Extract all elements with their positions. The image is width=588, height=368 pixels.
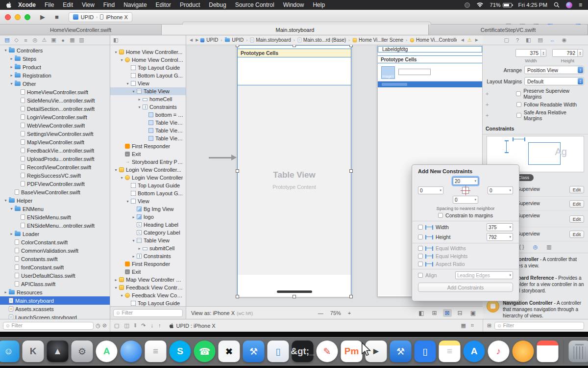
height-stepper[interactable] [578, 49, 583, 57]
width-value-dropdown[interactable]: 375▾ [487, 223, 513, 231]
editor-tab[interactable]: CertificateStepVC.swift [429, 25, 588, 35]
menu-item[interactable]: Debug [204, 0, 230, 10]
dock-simulator[interactable]: ▯ [268, 341, 289, 362]
menu-item[interactable]: Editor [151, 0, 175, 10]
resize-handle-n[interactable] [293, 45, 296, 47]
next-issue-button[interactable]: ▶ [474, 38, 480, 42]
file-tree-row[interactable]: ▾ ENMenu [0, 205, 110, 213]
outline-row[interactable]: ▾ Table View [110, 87, 186, 95]
disclosure-chevron-icon[interactable]: ▸ [9, 56, 14, 61]
outline-row[interactable]: Category Label [110, 229, 186, 237]
zoom-level[interactable]: 75% [330, 310, 341, 316]
disclosure-chevron-icon[interactable]: ▾ [131, 238, 136, 243]
dock-whatsapp[interactable]: ☎ [194, 341, 216, 362]
disclosure-chevron-icon[interactable]: ▾ [113, 168, 119, 172]
stop-button[interactable]: ■ [50, 10, 64, 24]
report-navigator-icon[interactable]: ▥ [77, 37, 86, 43]
disclosure-chevron-icon[interactable]: ▾ [131, 89, 136, 94]
width-checkbox[interactable] [418, 225, 423, 230]
file-tree-row[interactable]: BaseViewController.swift [0, 188, 110, 196]
storyboard-entry-point-arrow[interactable] [209, 157, 231, 158]
issue-navigator-icon[interactable]: ⚠ [40, 37, 49, 43]
outline-row[interactable]: First Responder [110, 142, 186, 150]
file-tree-row[interactable]: DetailSection...ontroller.swift [0, 105, 110, 113]
disclosure-chevron-icon[interactable]: ▸ [9, 232, 14, 236]
jump-bar-segment[interactable]: UPID › [224, 37, 248, 43]
outline-row[interactable]: ▾ Constraints [110, 103, 186, 111]
file-tree-row[interactable]: WebViewController.swift [0, 121, 110, 130]
text-field-placeholder[interactable] [398, 69, 431, 75]
outline-row[interactable]: Table View... [110, 134, 186, 142]
checkbox[interactable] [516, 91, 521, 96]
file-tree-row[interactable]: ▸ Resources [0, 288, 110, 296]
image-view-placeholder[interactable]: ImageV [381, 66, 395, 79]
jump-bar-segment[interactable]: UPID › [200, 37, 223, 43]
outline-row[interactable]: ▾ Home View Controller [110, 56, 186, 64]
constrain-to-margins-checkbox[interactable] [438, 213, 443, 218]
disclosure-chevron-icon[interactable]: ▸ [137, 97, 142, 102]
resize-handle-nw[interactable] [236, 45, 239, 47]
bottom-spacing-field[interactable]: 0▾ [453, 196, 478, 204]
recent-files-icon[interactable]: ◷ [96, 322, 100, 329]
dock-app-store[interactable]: A [464, 341, 485, 362]
outline-row[interactable]: ▸ logo [110, 213, 186, 221]
file-tree-row[interactable]: Assets.xcassets [0, 305, 110, 313]
debug-navigator-icon[interactable]: ● [59, 37, 67, 43]
plus-button[interactable]: + [486, 91, 491, 97]
file-tree-row[interactable]: ▸ Loader [0, 230, 110, 238]
disclosure-chevron-icon[interactable]: ▾ [119, 58, 124, 62]
outline-row[interactable]: ▾ View [110, 79, 186, 87]
source-control-navigator-icon[interactable]: ◇ [12, 37, 21, 43]
file-tree-row[interactable]: LoginViewController.swift [0, 113, 110, 121]
outline-row[interactable]: Exit [110, 150, 186, 158]
grid-view-icon[interactable]: ▥ [546, 244, 551, 250]
file-inspector-icon[interactable]: ▢ [504, 37, 509, 43]
pin-tool-icon[interactable]: ⊠ [443, 309, 452, 317]
dock-music[interactable]: ♪ [488, 341, 510, 362]
apple-menu-icon[interactable] [4, 1, 14, 8]
width-stepper[interactable] [541, 49, 546, 57]
dock-marker[interactable]: ✎ [317, 341, 338, 362]
top-spacing-field[interactable]: 20▾ [453, 177, 478, 185]
dock-textedit[interactable]: ≡ [145, 341, 167, 362]
jump-bar-segment[interactable]: Home Vi...ller Scene › [352, 37, 408, 43]
spotlight-search-icon[interactable] [554, 2, 560, 8]
file-tree-row[interactable]: RegisSuccessVC.swift [0, 171, 110, 180]
file-tree-row[interactable]: MapViewController.swift [0, 138, 110, 146]
outline-row[interactable]: ▾ Feedback View Cont... [110, 291, 186, 299]
device-config-icon[interactable]: ◧ [416, 309, 426, 317]
file-tree-row[interactable]: ▸ Product [0, 63, 110, 71]
quick-help-inspector-icon[interactable]: ? [516, 37, 519, 43]
outline-row[interactable]: Bottom Layout G... [110, 189, 186, 197]
plus-button[interactable]: + [486, 102, 491, 107]
file-tree-row[interactable]: ▸ Registration [0, 71, 110, 79]
menu-clock[interactable]: Fri 4:25 PM [518, 2, 547, 8]
dock-keychain[interactable]: K [23, 341, 44, 362]
view-hierarchy-icon[interactable]: ▦ [461, 322, 466, 329]
outline-toggle-icon[interactable]: ◧ [113, 37, 118, 43]
menu-item[interactable]: File [40, 0, 58, 10]
outline-row[interactable]: ▸ Map View Controller S... [110, 276, 186, 284]
disclosure-chevron-icon[interactable]: ▸ [131, 254, 136, 259]
step-over-icon[interactable]: ↷ [141, 322, 146, 329]
disclosure-chevron-icon[interactable]: ▸ [113, 278, 119, 282]
menu-item[interactable]: Window [279, 0, 309, 10]
menu-item[interactable]: Find [99, 0, 119, 10]
focus-mode-icon[interactable] [465, 2, 470, 8]
embed-tool-icon[interactable]: ⊟ [456, 309, 465, 317]
resize-handle-ne[interactable] [349, 45, 353, 47]
step-out-icon[interactable]: ↑ [158, 322, 161, 329]
previous-issue-button[interactable]: ◀ [460, 38, 466, 42]
code-braces-icon[interactable]: { } [519, 244, 524, 250]
dock-postman[interactable]: Pm [341, 341, 363, 362]
test-navigator-icon[interactable]: ▣ [49, 37, 58, 43]
navigator-filter-field[interactable]: ⊙Filter [3, 322, 94, 330]
align-tool-icon[interactable]: ⊞ [430, 309, 439, 317]
equal-widths-checkbox[interactable] [418, 246, 423, 251]
outline-row[interactable]: ▸ Constraints [110, 252, 186, 260]
home-view-controller-scene[interactable]: Prototype Cells Table View Prototype Con… [237, 45, 351, 297]
scene2-label[interactable]: Labeldgfdtg [378, 46, 482, 53]
zoom-in-button[interactable]: + [348, 310, 351, 316]
file-tree-row[interactable]: ▸ Steps [0, 54, 110, 63]
attributes-inspector-icon[interactable]: ▤ [538, 37, 542, 43]
